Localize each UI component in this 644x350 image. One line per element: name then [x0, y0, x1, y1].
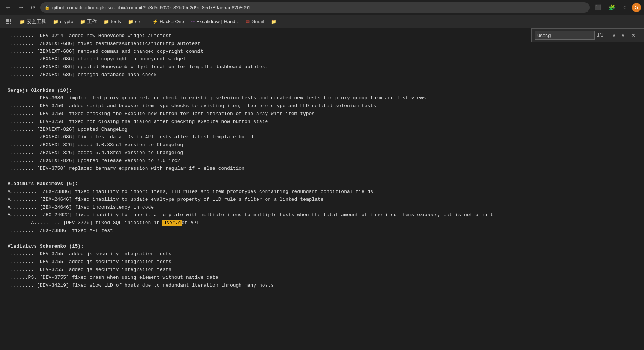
folder-icon: 📁: [20, 19, 25, 24]
commit-line: A......... [ZBX-23886] fixed inability t…: [8, 188, 636, 196]
find-count: 1/1: [597, 33, 608, 38]
commit-line: ......... [DEV-3750] replaced ternary ex…: [8, 165, 636, 173]
commit-line: ......... [ZBXNEXT-826] added 6.0.33rc1 …: [8, 141, 636, 149]
bookmark-label: 安全工具: [27, 18, 46, 25]
commit-line: ......... [DEV-3750] added script and br…: [8, 102, 636, 110]
separator: [147, 18, 147, 25]
bookmark-label: tools: [111, 19, 121, 24]
commit-line: ......... [DEV-3755] added js security i…: [8, 266, 636, 274]
apps-icon: [6, 19, 11, 24]
commit-line: ......... [ZBXNEXT-686] updated Honeycom…: [8, 63, 636, 71]
find-close-button[interactable]: ✕: [629, 31, 638, 40]
section-header: Vladimirs Maksimovs (6):: [8, 180, 636, 188]
folder-icon: 📁: [80, 19, 86, 24]
cast-button[interactable]: ⬛: [592, 3, 604, 12]
commit-line: ......... [ZBXNEXT-826] added 6.4.18rc1 …: [8, 149, 636, 157]
commit-line: .......PS. [DEV-3755] fixed crash when u…: [8, 274, 636, 282]
reload-button[interactable]: ⟳: [29, 3, 38, 13]
find-next-button[interactable]: ∨: [620, 31, 626, 39]
lock-icon: 🔒: [45, 5, 50, 10]
excalidraw-icon: ✏: [191, 19, 195, 24]
bookmark-src[interactable]: 📁 src: [125, 17, 144, 26]
profile-button[interactable]: S: [632, 3, 641, 12]
bookmark-label: 工作: [87, 18, 97, 25]
commit-line: ......... [DEV-3686] implemented proxy g…: [8, 94, 636, 102]
commit-line: ......... [ZBXNEXT-686] changed database…: [8, 71, 636, 79]
bookmarks-bar: 📁 安全工具 📁 crypto 📁 工作 📁 tools 📁 src ⚡ Hac…: [0, 15, 644, 28]
bookmark-work[interactable]: 📁 工作: [77, 17, 100, 27]
commit-line: ......... [DEV-3755] added js security i…: [8, 258, 636, 266]
title-bar-actions: ⬛ 🧩 ☆ S: [592, 3, 641, 12]
commit-line: ......... [ZBXNEXT-686] removed commas a…: [8, 48, 636, 56]
search-highlight: user.g: [162, 220, 182, 226]
commit-line: ......... [ZBXNEXT-686] fixed test data …: [8, 133, 636, 141]
favorites-button[interactable]: ☆: [620, 3, 630, 12]
commit-line: ......... [DEV-3750] fixed not closing t…: [8, 118, 636, 126]
bookmark-tools[interactable]: 📁 tools: [101, 17, 124, 26]
title-bar: ← → ⟳ 🔒 github.com/clearlinux-pkgs/zabbi…: [0, 0, 644, 15]
bookmark-misc[interactable]: 📁: [268, 18, 279, 26]
section-header: Sergejs Olonkins (10):: [8, 87, 636, 95]
commit-line: ......... [ZBXNEXT-826] updated ChangeLo…: [8, 126, 636, 134]
main-content: ......... [DEV-3214] added new Honeycomb…: [0, 28, 644, 350]
section-header: Vladislavs Sokurenko (15):: [8, 243, 636, 251]
hackerone-icon: ⚡: [152, 19, 158, 24]
commit-line: A......... [ZBX-24646] fixed inconsisten…: [8, 204, 636, 212]
blank-line: [8, 235, 636, 243]
find-prev-button[interactable]: ∧: [611, 31, 617, 39]
folder-icon: 📁: [53, 19, 59, 24]
back-button[interactable]: ←: [3, 3, 14, 12]
bookmark-label: Gmail: [251, 19, 264, 24]
bookmark-crypto[interactable]: 📁 crypto: [50, 17, 76, 26]
commit-line: ......... [DEV-3750] fixed checking the …: [8, 110, 636, 118]
commit-line: A......... [DEV-3776] fixed SQL injectio…: [8, 219, 636, 227]
browser-chrome: ← → ⟳ 🔒 github.com/clearlinux-pkgs/zabbi…: [0, 0, 644, 28]
find-bar: 1/1 ∧ ∨ ✕: [531, 28, 644, 42]
gmail-icon: ✉: [246, 19, 250, 24]
folder-icon: 📁: [271, 19, 276, 24]
commit-line: ......... [ZBXNEXT-686] changed copyrigh…: [8, 55, 636, 63]
url-text: github.com/clearlinux-pkgs/zabbix/commit…: [52, 5, 585, 10]
address-bar[interactable]: 🔒 github.com/clearlinux-pkgs/zabbix/comm…: [40, 2, 590, 13]
find-input[interactable]: [535, 31, 595, 40]
forward-button[interactable]: →: [16, 3, 26, 12]
commit-line: ......... [DEV-34219] fixed slow LLD of …: [8, 282, 636, 290]
bookmark-excalidraw[interactable]: ✏ Excalidraw | Hand...: [188, 17, 242, 26]
commit-line: ......... [ZBX-23886] fixed API test: [8, 227, 636, 235]
commit-line: A......... [ZBX-24646] fixed inability t…: [8, 196, 636, 204]
bookmark-label: crypto: [60, 19, 73, 24]
bookmark-hackerone[interactable]: ⚡ HackerOne: [149, 17, 187, 26]
bookmark-label: HackerOne: [159, 19, 184, 24]
folder-icon: 📁: [128, 19, 134, 24]
commit-line: ......... [DEV-3755] added js security i…: [8, 250, 636, 258]
bookmark-gmail[interactable]: ✉ Gmail: [243, 17, 267, 26]
commit-line: A......... [ZBX-24622] fixed inability t…: [8, 211, 636, 219]
bookmark-anjq[interactable]: 📁 安全工具: [17, 17, 49, 27]
blank-line: [8, 172, 636, 180]
blank-line: [8, 79, 636, 87]
bookmark-label: Excalidraw | Hand...: [196, 19, 239, 24]
commit-line: ......... [ZBXNEXT-826] updated release …: [8, 157, 636, 165]
extensions-button[interactable]: 🧩: [606, 3, 618, 12]
apps-button[interactable]: [3, 18, 16, 26]
folder-icon: 📁: [104, 19, 109, 24]
bookmark-label: src: [135, 19, 141, 24]
